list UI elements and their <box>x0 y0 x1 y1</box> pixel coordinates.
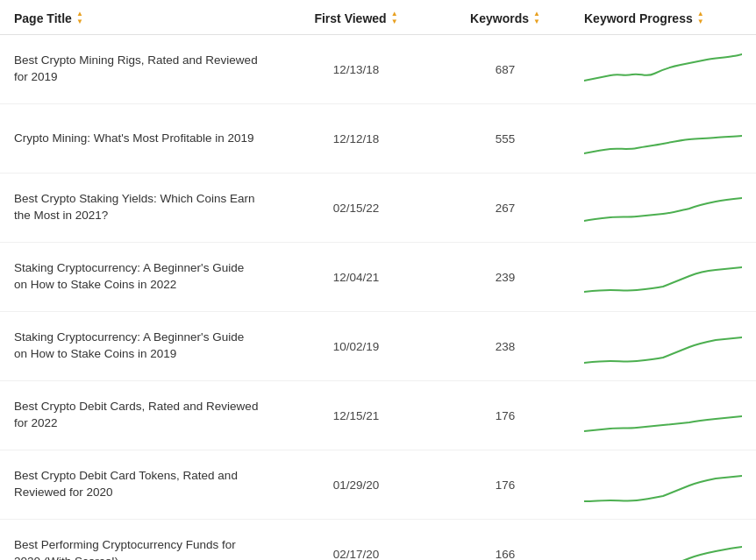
sort-icon-title[interactable] <box>76 11 83 25</box>
sort-icon-keyword-progress[interactable] <box>697 11 704 25</box>
cell-keywords: 239 <box>435 271 575 284</box>
sparkline-chart <box>584 117 742 160</box>
cell-title: Best Crypto Debit Card Tokens, Rated and… <box>14 468 277 501</box>
cell-date: 10/02/19 <box>277 340 435 353</box>
sparkline-chart <box>584 47 742 91</box>
cell-date: 01/29/20 <box>277 478 435 492</box>
cell-date: 12/12/18 <box>277 132 435 145</box>
cell-progress <box>575 532 756 560</box>
cell-keywords: 176 <box>435 478 575 492</box>
cell-keywords: 176 <box>435 409 575 422</box>
table-row: Best Crypto Debit Cards, Rated and Revie… <box>0 381 756 450</box>
column-keywords-label: Keywords <box>470 11 529 25</box>
column-first-viewed-label: First Viewed <box>314 11 386 25</box>
cell-keywords: 687 <box>435 63 575 76</box>
cell-title: Best Crypto Debit Cards, Rated and Revie… <box>14 399 277 432</box>
table-row: Best Crypto Debit Card Tokens, Rated and… <box>0 450 756 520</box>
cell-title: Best Performing Cryptocurrency Funds for… <box>14 537 277 560</box>
cell-progress <box>575 117 756 160</box>
cell-title: Best Crypto Mining Rigs, Rated and Revie… <box>14 53 277 86</box>
table-row: Staking Cryptocurrency: A Beginner's Gui… <box>0 243 756 312</box>
column-title-label: Page Title <box>14 11 72 25</box>
sparkline-chart <box>584 393 742 437</box>
cell-date: 02/17/20 <box>277 548 435 561</box>
sparkline-chart <box>584 463 742 507</box>
sparkline-chart <box>584 532 742 560</box>
data-table: Page Title First Viewed Keywords Keyword… <box>0 0 756 560</box>
cell-progress <box>575 186 756 230</box>
sparkline-chart <box>584 255 742 299</box>
table-row: Best Performing Cryptocurrency Funds for… <box>0 520 756 560</box>
table-header: Page Title First Viewed Keywords Keyword… <box>0 0 756 35</box>
table-row: Best Crypto Staking Yields: Which Coins … <box>0 174 756 243</box>
cell-progress <box>575 324 756 368</box>
cell-title: Best Crypto Staking Yields: Which Coins … <box>14 191 277 224</box>
cell-keywords: 267 <box>435 202 575 215</box>
column-header-keyword-progress[interactable]: Keyword Progress <box>575 11 756 25</box>
column-header-title[interactable]: Page Title <box>14 11 277 25</box>
cell-date: 12/04/21 <box>277 271 435 284</box>
sparkline-chart <box>584 324 742 368</box>
cell-title: Staking Cryptocurrency: A Beginner's Gui… <box>14 330 277 363</box>
cell-date: 12/13/18 <box>277 63 435 76</box>
cell-progress <box>575 463 756 507</box>
cell-keywords: 555 <box>435 132 575 145</box>
table-row: Crypto Mining: What's Most Profitable in… <box>0 104 756 174</box>
cell-date: 12/15/21 <box>277 409 435 422</box>
table-row: Best Crypto Mining Rigs, Rated and Revie… <box>0 35 756 104</box>
column-header-keywords[interactable]: Keywords <box>435 11 575 25</box>
cell-title: Staking Cryptocurrency: A Beginner's Gui… <box>14 260 277 294</box>
sparkline-chart <box>584 186 742 230</box>
sort-icon-keywords[interactable] <box>533 11 540 25</box>
cell-keywords: 238 <box>435 340 575 353</box>
cell-keywords: 166 <box>435 548 575 561</box>
cell-date: 02/15/22 <box>277 202 435 215</box>
sort-icon-first-viewed[interactable] <box>391 11 398 25</box>
table-body: Best Crypto Mining Rigs, Rated and Revie… <box>0 35 756 560</box>
cell-progress <box>575 393 756 437</box>
column-keyword-progress-label: Keyword Progress <box>584 11 693 25</box>
column-header-first-viewed[interactable]: First Viewed <box>277 11 435 25</box>
cell-progress <box>575 255 756 299</box>
cell-progress <box>575 47 756 91</box>
table-row: Staking Cryptocurrency: A Beginner's Gui… <box>0 312 756 381</box>
cell-title: Crypto Mining: What's Most Profitable in… <box>14 131 277 147</box>
